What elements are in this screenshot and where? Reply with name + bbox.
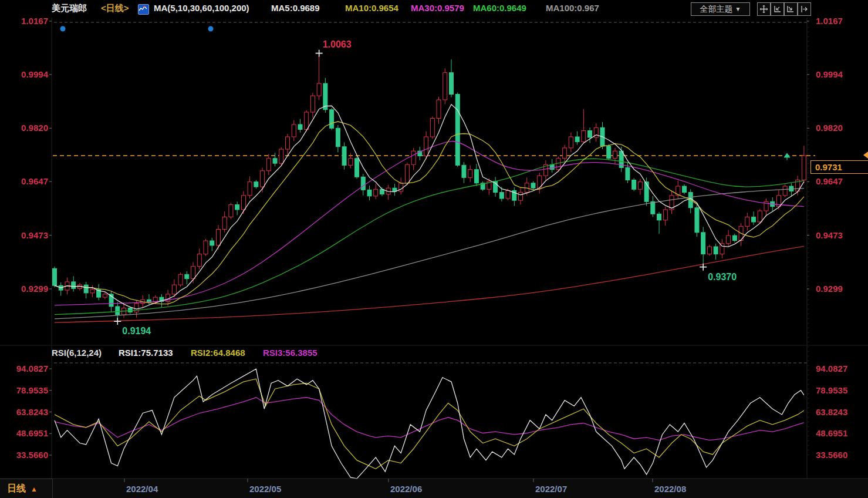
candle [588,130,592,137]
candle [90,290,94,293]
candle [802,156,806,180]
candle [273,159,277,163]
rsi-axis-label-right: 94.0827 [816,364,847,374]
candle [707,247,711,254]
price-axis-label-left: 0.9647 [21,176,48,186]
rsi-axis-label-left: 78.9535 [16,385,48,395]
candle [758,211,762,222]
candle [134,304,139,312]
price-annotation: 0.9194 [122,326,151,336]
candle [305,112,309,129]
candle [455,94,460,165]
current-price-box[interactable]: 0.9731 [810,160,868,174]
ma10-value: MA10:0.9654 [345,3,398,13]
x-axis-label[interactable]: 2022/07 [535,484,567,494]
ma-line-MA200 [55,246,804,322]
candle [449,73,453,95]
candle [531,183,535,188]
candle [197,254,201,267]
price-axis-label-right: 0.9647 [816,176,843,186]
candle [191,267,195,279]
period-selector[interactable]: 日线 ▲ [0,479,53,498]
chart-header: 美元瑞郎 <日线> MA(5,10,30,60,100,200) MA5:0.9… [0,0,868,18]
candle [185,274,189,278]
candle [310,96,315,112]
candle [499,193,504,199]
candle [261,171,265,187]
candle [563,148,567,159]
price-annotation: 1.0063 [323,39,352,49]
candle [330,110,334,129]
candle [411,151,416,164]
extreme-cross-marker [316,50,323,57]
candle [745,217,749,227]
candle [651,201,655,214]
price-axis-label-left: 0.9299 [21,284,48,294]
candle [292,124,296,137]
candle [279,149,283,163]
candle [468,170,472,178]
shift-right-button[interactable] [798,2,811,16]
trading-chart-window: 1.01671.01670.99940.99940.98200.98200.96… [0,0,868,498]
candle [116,307,120,315]
candle [714,247,718,254]
rsi-axis-label-right: 78.9535 [816,385,847,395]
candle [632,180,636,190]
candle [430,118,434,137]
period-tag: <日线> [101,3,129,14]
candle [550,164,554,169]
price-axis-label-right: 0.9994 [816,69,843,79]
ma30-value: MA30:0.9579 [411,3,464,13]
candle [732,235,737,240]
rsi2-value: RSI2:64.8468 [191,348,245,358]
axis-arrow-left-icon [774,5,781,13]
rsi-axis-label-left: 94.0827 [16,364,48,374]
rsi-axis-label-right: 48.6951 [816,428,847,438]
rsi-line-RSI1 [55,369,804,479]
candle [462,165,466,177]
candle [443,73,447,100]
candle [575,137,579,142]
rsi-axis-label-right: 33.5660 [816,450,847,460]
candle [506,190,510,198]
candle [556,159,560,170]
candle [254,182,258,187]
ma-line-MA60 [55,159,804,314]
candle [53,268,57,285]
rsi-params-label: RSI(6,12,24) [52,348,102,358]
period-label: 日线 [7,483,26,495]
candlestick-series [53,53,806,321]
candle [229,205,233,217]
candle [474,170,478,183]
x-axis-label[interactable]: 2022/05 [249,484,281,494]
candle [582,130,586,142]
expand-scale-button[interactable] [784,2,798,16]
theme-dropdown[interactable]: 全部主题 ▼ [691,2,750,16]
candle [607,146,611,159]
extreme-cross-marker [114,318,121,325]
candle [626,168,630,180]
candle [286,137,290,149]
rsi-axis-label-left: 48.6951 [16,428,48,438]
price-axis-label-left: 0.9473 [21,230,48,240]
x-axis-label[interactable]: 2022/06 [390,484,422,494]
crosshair-pan-button[interactable] [757,2,771,16]
compress-scale-button[interactable] [771,2,784,16]
chart-canvas[interactable]: 1.01671.01670.99940.99940.98200.98200.96… [0,0,868,498]
candle [266,159,271,171]
candle [695,208,699,233]
candle [424,137,428,156]
candle [128,308,132,312]
ma-params-label: MA(5,10,30,60,100,200) [154,3,249,13]
candle [235,205,239,210]
x-axis-label[interactable]: 2022/04 [126,484,158,494]
rsi1-value: RSI1:75.7133 [119,348,173,358]
candle [405,164,409,183]
triangle-up-icon: ▲ [31,485,38,493]
x-axis-label[interactable]: 2022/08 [654,484,686,494]
price-axis-label-right: 0.9820 [816,123,843,133]
event-dot [208,26,214,32]
line-chart-icon[interactable] [138,4,149,15]
event-dot [60,26,66,32]
candle [241,196,245,210]
